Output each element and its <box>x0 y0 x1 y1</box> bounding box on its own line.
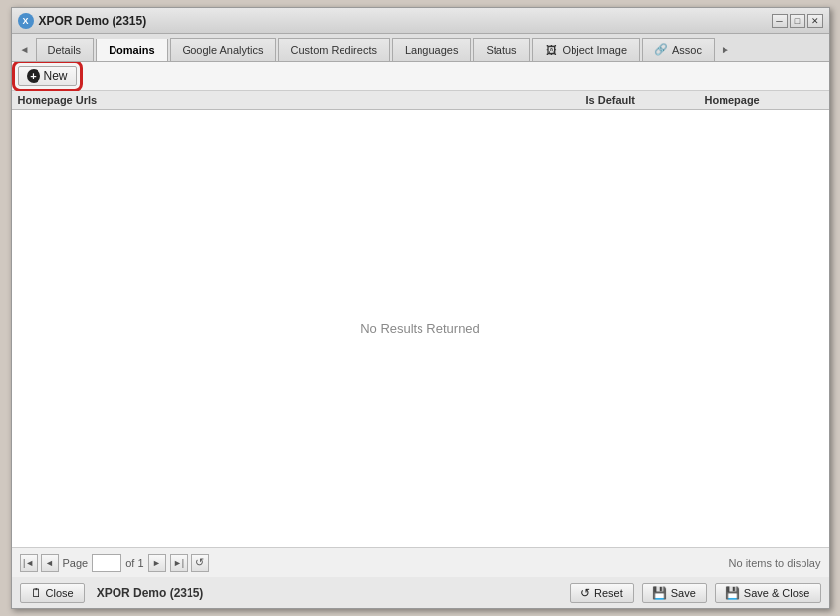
col-is-default: Is Default <box>586 94 705 106</box>
tab-details[interactable]: Details <box>36 38 95 61</box>
window-title: XPOR Demo (2315) <box>39 14 147 28</box>
footer-item-title: XPOR Demo (2315) <box>97 586 204 600</box>
tab-google-analytics[interactable]: Google Analytics <box>170 38 276 61</box>
new-button[interactable]: + New <box>18 66 77 86</box>
tab-domains[interactable]: Domains <box>96 38 167 62</box>
last-page-button[interactable]: ►| <box>170 554 188 572</box>
prev-page-button[interactable]: ◄ <box>41 554 59 572</box>
page-label: Page <box>63 557 89 569</box>
minimize-button[interactable]: ─ <box>772 14 788 28</box>
tabs-row: ◄ Details Domains Google Analytics Custo… <box>12 34 829 62</box>
pagination: |◄ ◄ Page of 1 ► ►| ↺ No items to displa… <box>12 547 829 577</box>
no-results-message: No Results Returned <box>360 321 480 336</box>
app-icon: X <box>18 13 34 29</box>
table-body: No Results Returned <box>12 110 829 547</box>
tab-languages[interactable]: Languages <box>392 38 471 61</box>
main-window: X XPOR Demo (2315) ─ □ ✕ ◄ Details Domai… <box>11 7 830 609</box>
close-window-button[interactable]: ✕ <box>807 14 823 28</box>
restore-button[interactable]: □ <box>790 14 805 28</box>
assoc-icon: 🔗 <box>654 43 668 57</box>
save-close-icon: 💾 <box>725 586 740 600</box>
save-button[interactable]: 💾 Save <box>642 583 707 603</box>
first-page-button[interactable]: |◄ <box>20 554 38 572</box>
close-icon: 🗒 <box>31 586 42 600</box>
tab-status[interactable]: Status <box>473 38 529 61</box>
tab-assoc[interactable]: 🔗 Assoc <box>642 38 715 61</box>
footer: 🗒 Close XPOR Demo (2315) ↺ Reset 💾 Save … <box>12 577 829 608</box>
reset-button[interactable]: ↺ Reset <box>570 583 634 603</box>
object-image-icon: 🖼 <box>545 43 559 57</box>
col-homepage-urls: Homepage Urls <box>18 94 586 106</box>
content-area: + New Homepage Urls Is Default Homepage … <box>12 62 829 577</box>
toolbar: + New <box>12 62 829 91</box>
tab-scroll-right[interactable]: ► <box>717 38 734 61</box>
tab-scroll-left[interactable]: ◄ <box>16 38 34 61</box>
tab-custom-redirects[interactable]: Custom Redirects <box>278 38 390 61</box>
of-label: of 1 <box>125 557 143 569</box>
titlebar-left: X XPOR Demo (2315) <box>18 13 147 29</box>
titlebar: X XPOR Demo (2315) ─ □ ✕ <box>12 8 829 34</box>
no-items-label: No items to display <box>729 557 821 569</box>
table-header: Homepage Urls Is Default Homepage <box>12 91 829 110</box>
titlebar-controls: ─ □ ✕ <box>772 14 823 28</box>
close-button[interactable]: 🗒 Close <box>20 583 85 603</box>
next-page-button[interactable]: ► <box>148 554 166 572</box>
new-icon: + <box>27 69 40 83</box>
reset-icon: ↺ <box>580 586 590 600</box>
col-homepage: Homepage <box>705 94 823 106</box>
page-input[interactable] <box>92 554 121 572</box>
refresh-button[interactable]: ↺ <box>191 554 209 572</box>
save-close-button[interactable]: 💾 Save & Close <box>715 583 821 603</box>
tab-object-image[interactable]: 🖼 Object Image <box>532 38 640 61</box>
save-icon: 💾 <box>652 586 667 600</box>
